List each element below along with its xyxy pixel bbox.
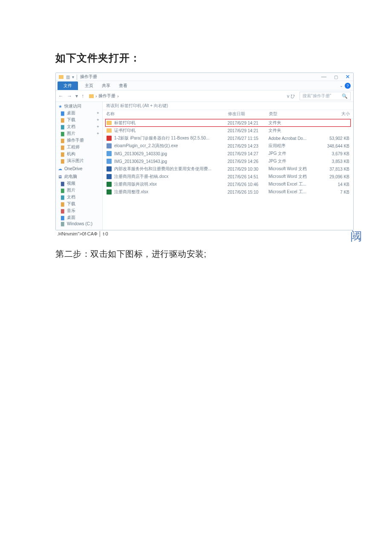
sidebar-item-label: 下载 (67, 201, 75, 207)
file-type: Microsoft Word 文档 (268, 174, 320, 180)
search-input[interactable]: 搜索"操作手册" 🔍 (300, 92, 351, 100)
onedrive-icon: ☁ (58, 166, 63, 171)
ribbon-tab-share[interactable]: 共享 (98, 81, 115, 90)
sidebar-item-label: 机构 (67, 151, 75, 157)
folder-icon: ▇ (60, 202, 65, 206)
sidebar-item-label: 音乐 (67, 208, 75, 214)
file-row[interactable]: 证书打印机2017/6/29 14:21文件夹 (105, 127, 351, 134)
file-row[interactable]: 注册商用商店手册-初稿.docx2017/6/26 14:51Microsoft… (105, 173, 351, 180)
file-type: Adobe Acrobat Do... (268, 136, 320, 141)
folder-icon (58, 74, 63, 79)
pin-icon: ✦ (96, 111, 100, 115)
sidebar-item-label: 文档 (67, 194, 75, 200)
file-name: 注册商用整理.xlsx (114, 189, 148, 195)
file-row[interactable]: 注册商用整理.xlsx2017/6/26 15:10Microsoft Exce… (105, 188, 351, 196)
page-heading: 如下文件夹打开： (55, 51, 337, 65)
forward-button[interactable]: → (67, 93, 72, 99)
sidebar-item[interactable]: ▇Windows (C:) (56, 221, 102, 227)
file-row[interactable]: 注册商用版共说明.xlsx2017/6/26 10:46Microsoft Ex… (105, 180, 351, 188)
folder-icon (107, 128, 112, 133)
sidebar-item[interactable]: ▇演示图片 (56, 157, 102, 164)
sidebar-item[interactable]: ▇下载✦ (56, 116, 102, 123)
pdf-icon (107, 136, 112, 141)
sidebar-item-label: OneDrive (64, 166, 82, 171)
file-size: 348,644 KB (320, 144, 349, 148)
folder-icon: ▇ (60, 195, 65, 200)
sidebar-item[interactable]: ▇文档✦ (56, 123, 102, 130)
folder-icon: ▇ (60, 221, 65, 226)
file-size: 3,853 KB (320, 159, 349, 164)
folder-icon: ▇ (60, 188, 65, 193)
file-date: 2017/6/29 14:27 (228, 151, 268, 156)
ribbon-tab-home[interactable]: 主页 (81, 81, 98, 90)
ribbon-tab-view[interactable]: 查看 (115, 81, 132, 90)
file-type: 应用程序 (268, 143, 320, 149)
sidebar-item[interactable]: ▇机构 (56, 151, 102, 157)
sidebar-item[interactable]: ▇图片 (56, 187, 102, 194)
folder-icon: ▇ (60, 215, 65, 220)
sidebar-item-quick-access[interactable]: ★ 快速访问 (56, 103, 102, 110)
exe-icon (107, 143, 112, 148)
breadcrumb[interactable]: › 操作手册 › (86, 92, 282, 100)
file-row[interactable]: IMG_20130629_141943.jpg2017/6/29 14:26JP… (105, 157, 351, 165)
sidebar-item[interactable]: ▇桌面✦ (56, 110, 102, 116)
sidebar-item-label: 桌面 (67, 110, 75, 116)
sidebar-item[interactable]: ▇音乐 (56, 207, 102, 214)
col-name[interactable]: 名称 (106, 111, 228, 117)
sidebar-item[interactable]: ▇桌面 (56, 214, 102, 221)
sidebar-item-onedrive[interactable]: ☁ OneDrive (56, 166, 102, 171)
help-icon[interactable]: ? (345, 83, 351, 89)
maximize-button[interactable]: ▢ (333, 75, 339, 79)
sidebar-item[interactable]: ▇下载 (56, 200, 102, 207)
folder-icon: ▇ (60, 138, 65, 143)
file-name: 注册商用商店手册-初稿.docx (114, 174, 168, 180)
sidebar-item-label: 图片 (67, 187, 75, 193)
file-date: 2017/6/29 14:21 (228, 128, 268, 133)
file-date: 2017/6/27 11:15 (228, 136, 268, 141)
search-placeholder: 搜索"操作手册" (303, 93, 331, 99)
refresh-button[interactable]: v ひ (285, 93, 297, 99)
file-type: 文件夹 (268, 120, 320, 126)
sidebar-item-label: 文档 (67, 124, 75, 130)
recent-dropdown[interactable]: ▾ (75, 93, 78, 99)
pin-icon: ✦ (96, 131, 100, 136)
col-type[interactable]: 类型 (269, 111, 320, 117)
ribbon-tab-file[interactable]: 文件 (58, 81, 78, 90)
file-date: 2017/6/26 15:10 (228, 190, 268, 195)
sidebar-item-label: 下载 (67, 117, 75, 123)
file-name: IMG_20130629_141943.jpg (114, 159, 167, 164)
sidebar-item[interactable]: ▇视频 (56, 180, 102, 187)
step2-text: 第二步：双击如下图标，进行驱动安装; (55, 248, 337, 260)
file-row[interactable]: 内部改革服务外包和注册费用的主要用安务使用费...2017/6/29 10:30… (105, 165, 351, 173)
breadcrumb-prefix: › (95, 94, 97, 99)
folder-icon: ▇ (60, 159, 65, 163)
sidebar-item[interactable]: ▇工程师 (56, 144, 102, 151)
file-row[interactable]: 1-2新版 iPara门诊服务器自行 11-Boxes 8(2.5.50...2… (105, 134, 351, 142)
close-button[interactable]: ✕ (345, 74, 351, 80)
quick-access-toolbar[interactable]: ▥ (65, 74, 70, 79)
file-row[interactable]: IMG_20130629_140330.jpg2017/6/29 14:27JP… (105, 150, 351, 157)
col-date[interactable]: 修改日期 (228, 111, 269, 117)
back-button[interactable]: ← (58, 93, 63, 99)
col-size[interactable]: 大小 (320, 111, 350, 117)
column-headers[interactable]: 名称 修改日期 类型 大小 (103, 110, 353, 119)
file-row[interactable]: 标签打印机2017/6/29 14:21文件夹 (105, 119, 351, 127)
file-date: 2017/6/26 10:46 (228, 182, 268, 187)
sidebar-item[interactable]: ▇操作手册 (56, 137, 102, 144)
folder-icon (107, 121, 112, 125)
file-row[interactable]: eloamPlugin_ocr_2.2(高拍仪).exe2017/6/29 14… (105, 142, 351, 150)
sidebar-item-this-pc[interactable]: 🖥 此电脑 (56, 173, 102, 180)
navigation-pane: ★ 快速访问 ▇桌面✦▇下载✦▇文档✦▇图片✦▇操作手册▇工程师▇机构▇演示图片… (56, 102, 103, 230)
word-icon (107, 174, 112, 179)
img-icon (107, 159, 112, 164)
excel-icon (107, 189, 112, 195)
sidebar-item[interactable]: ▇图片✦ (56, 130, 102, 137)
file-list-pane: 将该到 标签打印机 (Alt + 向右键) 名称 修改日期 类型 大小 标签打印… (103, 102, 353, 230)
sidebar-item[interactable]: ▇文档 (56, 194, 102, 200)
folder-icon: ▇ (60, 152, 65, 157)
file-size: 14 KB (320, 182, 349, 187)
ribbon-expand-icon[interactable]: ⌄ (340, 83, 343, 88)
minimize-button[interactable]: — (321, 74, 327, 80)
window-buttons: — ▢ ✕ (321, 74, 351, 80)
up-button[interactable]: ↑ (81, 93, 84, 99)
